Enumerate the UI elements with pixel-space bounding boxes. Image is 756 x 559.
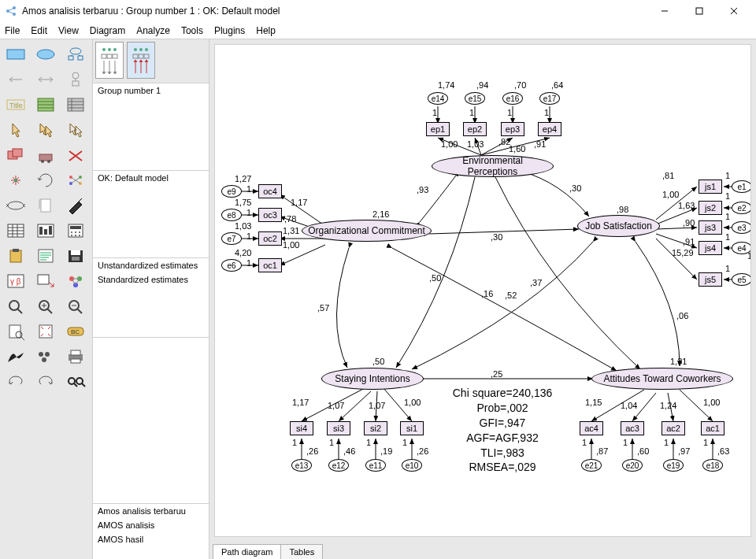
data-file-tool-icon[interactable]	[2, 219, 30, 242]
latent-ac[interactable]: Attitudes Toward Coworkers	[591, 368, 733, 390]
menu-analyze[interactable]: Analyze	[136, 25, 170, 36]
shape-tool-icon[interactable]	[2, 168, 30, 192]
err-e12[interactable]: e12	[328, 459, 349, 472]
maximize-button[interactable]	[682, 0, 717, 22]
obs-js1[interactable]: js1	[699, 180, 722, 194]
zoom-in-tool-icon[interactable]	[32, 294, 60, 318]
obs-ac4[interactable]: ac4	[580, 421, 603, 435]
obs-si2[interactable]: si2	[364, 421, 387, 435]
output-diagram-thumb[interactable]	[127, 42, 155, 79]
bayesian-tool-icon[interactable]	[2, 345, 30, 368]
models-item[interactable]: OK: Default model	[93, 171, 209, 185]
err-e17[interactable]: e17	[539, 92, 560, 105]
undo-tool-icon[interactable]	[2, 370, 30, 394]
menu-help[interactable]: Help	[256, 25, 276, 36]
obs-oc1[interactable]: oc1	[258, 258, 282, 272]
obs-ac1[interactable]: ac1	[701, 421, 724, 435]
menu-view[interactable]: View	[58, 25, 79, 36]
zoom-select-tool-icon[interactable]	[2, 294, 30, 318]
err-e19[interactable]: e19	[663, 459, 684, 472]
std-estimates-item[interactable]: Standardized estimates	[93, 272, 209, 287]
obs-ep2[interactable]: ep2	[463, 122, 487, 136]
error-tool-icon[interactable]	[61, 68, 90, 91]
obs-ep4[interactable]: ep4	[538, 122, 561, 136]
err-e1[interactable]: e1	[732, 180, 751, 193]
obs-si1[interactable]: si1	[400, 421, 424, 435]
zoom-page-tool-icon[interactable]	[2, 320, 30, 343]
zoom-out-tool-icon[interactable]	[61, 294, 90, 318]
latent-js[interactable]: Job Satisfaction	[577, 215, 660, 237]
err-e13[interactable]: e13	[291, 459, 312, 472]
menu-diagram[interactable]: Diagram	[90, 25, 125, 36]
input-diagram-thumb[interactable]	[95, 42, 124, 79]
double-arrow-tool-icon[interactable]	[32, 68, 60, 91]
file-item-3[interactable]: AMOS hasil	[93, 532, 209, 546]
rotate-tool-icon[interactable]	[32, 168, 60, 192]
fit-page-tool-icon[interactable]	[32, 320, 60, 343]
err-e5[interactable]: e5	[732, 273, 751, 286]
diagram-canvas[interactable]: Environmental Perceptions Organizational…	[214, 44, 751, 537]
err-e7[interactable]: e7	[221, 232, 242, 245]
latent-ep[interactable]: Environmental Perceptions	[432, 155, 554, 177]
obs-oc4[interactable]: oc4	[258, 184, 282, 198]
obs-ep1[interactable]: ep1	[426, 122, 450, 136]
latent-tool-icon[interactable]	[61, 43, 90, 66]
save-tool-icon[interactable]	[61, 244, 90, 268]
obs-ac2[interactable]: ac2	[662, 421, 685, 435]
tab-tables[interactable]: Tables	[280, 544, 323, 559]
file-item-2[interactable]: AMOS analisis	[93, 518, 209, 532]
text-output-tool-icon[interactable]	[32, 244, 60, 268]
minimize-button[interactable]	[647, 0, 682, 22]
err-e8[interactable]: e8	[221, 209, 242, 221]
calculate-tool-icon[interactable]	[61, 219, 90, 242]
menu-edit[interactable]: Edit	[31, 25, 47, 36]
unstd-estimates-item[interactable]: Unstandardized estimates	[93, 258, 209, 272]
move-param-tool-icon[interactable]	[2, 194, 30, 217]
clipboard-tool-icon[interactable]	[2, 244, 30, 268]
object-props-tool-icon[interactable]: γ β	[2, 269, 30, 293]
err-e11[interactable]: e11	[365, 459, 386, 472]
list-variables-icon[interactable]	[32, 93, 60, 117]
ellipse-tool-icon[interactable]	[32, 43, 60, 66]
menu-plugins[interactable]: Plugins	[214, 25, 245, 36]
obs-oc2[interactable]: oc2	[258, 231, 282, 246]
single-arrow-tool-icon[interactable]	[2, 68, 30, 91]
err-e16[interactable]: e16	[502, 92, 523, 105]
loupe-tool-icon[interactable]: BC	[61, 320, 90, 343]
menu-tools[interactable]: Tools	[181, 25, 203, 36]
analysis-props-tool-icon[interactable]	[32, 219, 60, 242]
obs-js4[interactable]: js4	[699, 241, 722, 255]
obs-ep3[interactable]: ep3	[501, 122, 524, 136]
move-tool-icon[interactable]	[32, 143, 60, 167]
multigroup-tool-icon[interactable]	[32, 345, 60, 368]
spec-search-tool-icon[interactable]	[61, 370, 90, 394]
err-e6[interactable]: e6	[221, 259, 242, 272]
reflect-tool-icon[interactable]	[61, 168, 90, 192]
rectangle-tool-icon[interactable]	[2, 43, 30, 66]
err-e9[interactable]: e9	[221, 185, 242, 198]
close-button[interactable]	[717, 0, 751, 22]
redo-tool-icon[interactable]	[32, 370, 60, 394]
menu-file[interactable]: File	[5, 25, 20, 36]
latent-oc[interactable]: Organizational Commitment	[302, 220, 432, 242]
err-e14[interactable]: e14	[428, 92, 448, 105]
duplicate-tool-icon[interactable]	[2, 143, 30, 167]
err-e21[interactable]: e21	[581, 459, 602, 472]
file-item-1[interactable]: Amos analisis terbaruu	[93, 504, 209, 518]
select-all-tool-icon[interactable]	[32, 118, 60, 142]
latent-si[interactable]: Staying Intentions	[321, 368, 424, 390]
tab-path-diagram[interactable]: Path diagram	[213, 544, 281, 559]
touch-up-tool-icon[interactable]	[61, 194, 90, 217]
obs-js5[interactable]: js5	[699, 272, 722, 287]
print-tool-icon[interactable]	[61, 345, 90, 368]
scroll-tool-icon[interactable]	[32, 194, 60, 217]
obs-oc3[interactable]: oc3	[258, 208, 282, 222]
erase-tool-icon[interactable]	[61, 143, 90, 167]
err-e10[interactable]: e10	[402, 459, 422, 472]
obs-si3[interactable]: si3	[327, 421, 350, 435]
obs-si4[interactable]: si4	[290, 421, 313, 435]
drag-props-tool-icon[interactable]	[32, 269, 60, 293]
title-tool-icon[interactable]: Title	[2, 93, 30, 117]
err-e15[interactable]: e15	[465, 92, 485, 105]
err-e2[interactable]: e2	[732, 202, 751, 214]
